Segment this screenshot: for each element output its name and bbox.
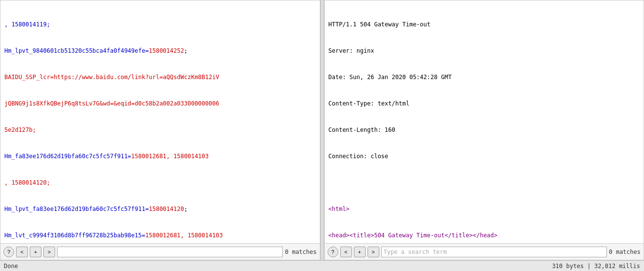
left-line-5: 5e2d127b; [4, 125, 316, 134]
right-prev-button[interactable]: < [340, 247, 352, 257]
right-line-3: Date: Sun, 26 Jan 2020 05:42:28 GMT [329, 73, 640, 82]
left-inc-button[interactable]: + [30, 247, 41, 257]
left-line-3: BAIDU_SSP_lcr=https://www.baidu.com/link… [4, 73, 316, 82]
right-line-9: <head><title>504 Gateway Time-out</title… [329, 231, 640, 240]
left-panel-content[interactable]: , 1580014119; Hm_lpvt_9840601cb51320c55b… [0, 0, 320, 243]
right-panel: HTTP/1.1 504 Gateway Time-out Server: ng… [324, 0, 644, 260]
panel-divider [320, 0, 324, 260]
right-line-5: Content-Length: 160 [329, 125, 640, 134]
right-search-input[interactable] [381, 247, 607, 257]
left-line-1: , 1580014119; [4, 20, 316, 29]
right-matches-label: 0 matches [609, 249, 641, 255]
right-line-8: <html> [329, 205, 640, 213]
left-prev-button[interactable]: < [16, 247, 28, 257]
right-line-1: HTTP/1.1 504 Gateway Time-out [329, 20, 640, 29]
right-help-button[interactable]: ? [328, 247, 338, 257]
right-line-2: Server: nginx [329, 46, 640, 55]
left-line-9: Hm_lvt_c9994f3106d8b7ff96728b25bab98e15=… [4, 231, 316, 240]
status-bar: Done 310 bytes | 32,812 millis [0, 260, 644, 271]
right-inc-button[interactable]: + [354, 247, 366, 257]
right-next-button[interactable]: > [368, 247, 379, 257]
left-line-6: Hm_fa83ee176d62d19bfa60c7c5fc57f911=1580… [4, 152, 316, 161]
left-line-7: , 1580014120; [4, 178, 316, 187]
status-right: 310 bytes | 32,812 millis [552, 263, 640, 270]
left-line-2: Hm_lpvt_9840601cb51320c55bca4fa0f4949efe… [4, 46, 316, 55]
right-panel-footer: ? < + > 0 matches [325, 243, 644, 260]
right-line-4: Content-Type: text/html [329, 99, 640, 108]
left-matches-label: 0 matches [285, 249, 316, 255]
left-panel: , 1580014119; Hm_lpvt_9840601cb51320c55b… [0, 0, 320, 260]
left-help-button[interactable]: ? [3, 247, 14, 257]
left-search-input[interactable] [57, 247, 283, 257]
right-line-7 [329, 178, 640, 187]
left-line-8: Hm_lpvt_fa83ee176d62d19bfa60c7c5fc57f911… [4, 205, 316, 213]
status-left: Done [4, 263, 18, 270]
right-panel-content[interactable]: HTTP/1.1 504 Gateway Time-out Server: ng… [325, 0, 644, 243]
left-panel-footer: ? < + > 0 matches [0, 243, 320, 260]
left-line-4: jQBNG9j1s8XfkQBejP6q8tsLv7G&wd=&eqid=d0c… [4, 99, 316, 108]
left-next-button[interactable]: > [43, 247, 55, 257]
right-line-6: Connection: close [329, 152, 640, 161]
